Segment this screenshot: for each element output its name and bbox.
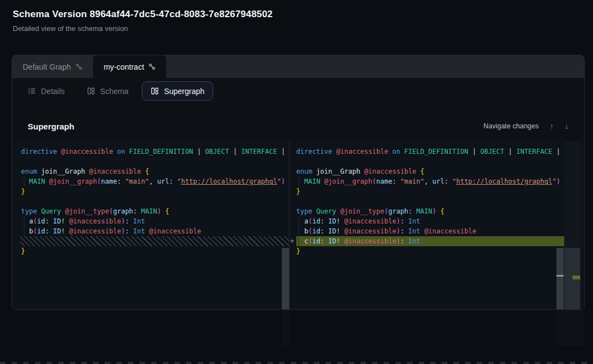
page-title: Schema Version 8964af44-7dc5-47cd-8083-7… xyxy=(13,9,273,20)
code-token: : xyxy=(133,207,141,215)
code-token: OBJECT xyxy=(205,148,229,155)
subtab-label: Schema xyxy=(100,87,128,96)
code-token: : xyxy=(320,217,328,225)
code-token: @join__type xyxy=(65,207,109,215)
modified-code-line: } xyxy=(290,246,564,256)
code-token: directive xyxy=(21,148,57,155)
code-token: @inaccessible xyxy=(344,217,396,225)
indent-guide xyxy=(298,226,299,236)
code-token: @join__type xyxy=(341,207,384,215)
code-token: " xyxy=(552,178,556,185)
diff-add-marker xyxy=(290,186,296,196)
code-token: ) xyxy=(432,207,436,215)
code-token: MAIN xyxy=(304,178,320,185)
code-token: " xyxy=(177,178,181,185)
diff-add-marker xyxy=(290,167,296,176)
code-token: : xyxy=(320,227,328,235)
code-token: ) xyxy=(121,227,125,235)
overview-ruler-added-mark xyxy=(573,275,580,279)
code-token xyxy=(21,217,29,225)
diff-add-marker xyxy=(290,157,296,167)
code-token: : xyxy=(444,178,452,185)
code-token: " xyxy=(452,178,456,185)
code-link[interactable]: http://localhost/graphql xyxy=(456,178,552,185)
code-token xyxy=(296,237,304,245)
modified-code-line: MAIN @join__graph(name: "main", url: "ht… xyxy=(290,176,564,186)
code-token: ) xyxy=(396,217,400,225)
code-token: Int xyxy=(408,227,420,235)
code-token: : xyxy=(400,227,408,235)
modified-code-line: directive @inaccessible on FIELD_DEFINIT… xyxy=(290,147,564,157)
code-token xyxy=(296,217,304,225)
code-token: b xyxy=(29,227,33,235)
original-code-line: MAIN @join__graph(name: "main", url: "ht… xyxy=(12,176,289,186)
code-token: , xyxy=(424,178,432,185)
editor-overflow-right xyxy=(556,310,585,346)
diff-original-pane[interactable]: directive @inaccessible on FIELD_DEFINIT… xyxy=(12,141,289,309)
code-token xyxy=(416,168,420,175)
original-scrollbar-thumb[interactable] xyxy=(282,248,289,309)
code-token: id xyxy=(37,227,45,235)
modified-code-line: type Query @join__type(graph: MAIN) { xyxy=(290,206,564,216)
code-token: @join__graph xyxy=(324,178,373,185)
code-token: } xyxy=(296,188,300,195)
code-token: ( xyxy=(308,217,312,225)
schema-version-card: Default Graph my-contract xyxy=(12,55,585,310)
modified-code-line: enum join__Graph @inaccessible { xyxy=(290,167,564,176)
code-token: ) xyxy=(121,217,125,225)
code-token: Int xyxy=(408,217,420,225)
supergraph-panel-header: Supergraph Navigate changes ↑ ↓ xyxy=(28,121,569,132)
tab-label: my-contract xyxy=(104,63,144,71)
code-token: type xyxy=(21,207,37,215)
code-token: MAIN xyxy=(416,207,432,215)
code-link[interactable]: http://localhost/graphql xyxy=(181,178,277,185)
previous-change-button[interactable]: ↑ xyxy=(550,122,554,130)
code-token: : xyxy=(320,237,328,245)
schema-panels-icon xyxy=(87,87,95,95)
modified-scrollbar-thumb[interactable] xyxy=(556,248,564,309)
code-token: @inaccessible xyxy=(344,237,396,245)
code-token: ( xyxy=(372,178,376,185)
original-code-line xyxy=(12,196,289,206)
code-token: Int xyxy=(133,227,145,235)
subtab-schema[interactable]: Schema xyxy=(78,81,137,101)
modified-code-line xyxy=(290,157,564,167)
code-token: : xyxy=(45,227,53,235)
code-token xyxy=(341,217,344,225)
original-code-line xyxy=(12,236,289,246)
code-token: name xyxy=(377,178,393,185)
indent-guide xyxy=(24,216,24,226)
code-token xyxy=(85,168,89,175)
next-change-button[interactable]: ↓ xyxy=(565,122,569,130)
code-token xyxy=(341,237,344,245)
code-token: b xyxy=(304,227,308,235)
code-token: ID! xyxy=(328,217,341,225)
code-token xyxy=(65,217,69,225)
code-token: { xyxy=(145,168,149,175)
diff-editor[interactable]: directive @inaccessible on FIELD_DEFINIT… xyxy=(12,141,584,309)
code-token: { xyxy=(440,207,444,215)
diff-modified-pane[interactable]: directive @inaccessible on FIELD_DEFINIT… xyxy=(290,141,564,309)
code-token: : xyxy=(169,178,177,185)
code-token: id xyxy=(312,217,320,225)
tab-default-graph[interactable]: Default Graph xyxy=(12,55,93,78)
code-token: Query xyxy=(316,207,336,215)
original-code-line: } xyxy=(12,186,289,196)
code-token: ) xyxy=(396,227,400,235)
code-token: ID! xyxy=(53,227,65,235)
code-token: url xyxy=(432,178,445,185)
subtab-supergraph[interactable]: Supergraph xyxy=(142,81,213,101)
code-token: @inaccessible xyxy=(336,148,388,155)
tab-my-contract[interactable]: my-contract xyxy=(93,55,166,78)
code-token xyxy=(341,227,344,235)
code-token: directive xyxy=(296,148,332,155)
code-token: | xyxy=(277,148,285,155)
code-token: } xyxy=(296,247,300,255)
schema-panels-icon xyxy=(151,87,159,95)
code-token: "main" xyxy=(125,178,149,185)
subtab-details[interactable]: Details xyxy=(19,81,74,101)
code-token: INTERFACE xyxy=(516,148,552,155)
original-code-line: type Query @join__type(graph: MAIN) { xyxy=(12,206,289,216)
graph-tabbar: Default Graph my-contract xyxy=(12,55,584,78)
diff-add-marker xyxy=(290,216,296,226)
